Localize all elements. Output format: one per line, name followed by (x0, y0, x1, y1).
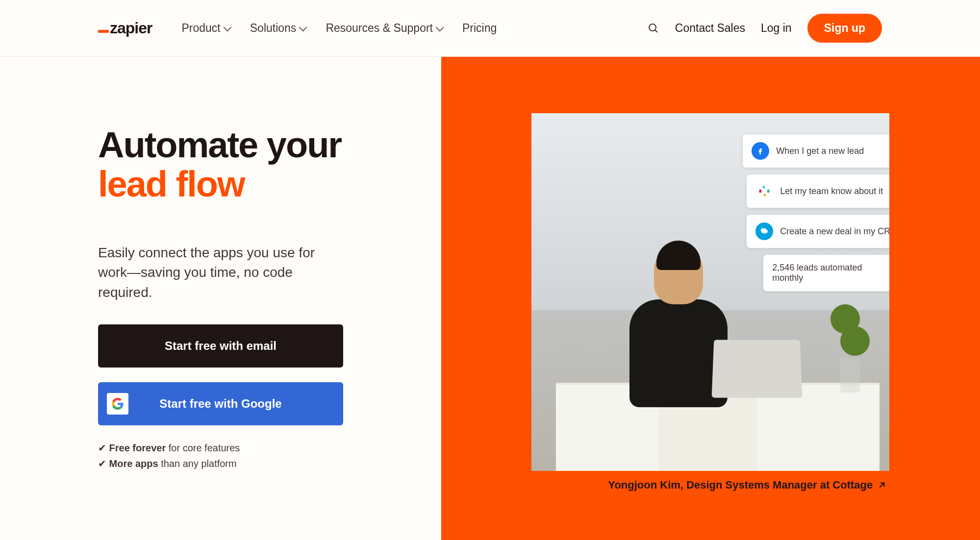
attribution-link[interactable]: Yongjoon Kim, Design Systems Manager at … (531, 479, 889, 491)
workflow-cards: When I get a new lead Let my team know a… (742, 134, 889, 292)
svg-line-6 (880, 483, 884, 488)
cta-google-label: Start free with Google (159, 397, 281, 411)
start-free-google-button[interactable]: Start free with Google (98, 382, 343, 425)
svg-point-0 (649, 24, 656, 31)
headline-line2: lead flow (98, 165, 412, 204)
nav-item-label: Solutions (250, 22, 297, 35)
svg-rect-4 (767, 191, 770, 193)
chevron-down-icon (223, 23, 231, 31)
attribution-text: Yongjoon Kim, Design Systems Manager at … (608, 479, 873, 491)
logo-bar-icon (98, 30, 109, 33)
slack-icon (755, 182, 773, 200)
external-link-icon (878, 481, 886, 490)
nav-item-resources[interactable]: Resources & Support (326, 22, 443, 35)
chevron-down-icon (436, 23, 444, 31)
svg-line-1 (655, 30, 657, 32)
svg-rect-5 (764, 194, 766, 196)
benefit-rest: than any platform (158, 458, 237, 469)
benefit-rest: for core features (166, 442, 240, 453)
nav-left: zapier Product Solutions Resources & Sup… (98, 19, 497, 37)
google-icon (107, 393, 128, 415)
nav-item-label: Product (181, 22, 220, 35)
photo-head (654, 245, 703, 304)
svg-rect-2 (759, 190, 762, 192)
nav-item-pricing[interactable]: Pricing (462, 22, 497, 35)
start-free-email-button[interactable]: Start free with email (98, 324, 343, 368)
card-text: Let my team know about it (780, 186, 883, 196)
card-text: 2,546 leads automated monthly (772, 263, 888, 283)
svg-rect-3 (763, 186, 765, 189)
workflow-card-action-1: Let my team know about it (746, 174, 889, 208)
card-text: Create a new deal in my CRM (780, 226, 889, 237)
salesforce-icon (755, 222, 773, 240)
check-icon: ✔ (98, 458, 106, 469)
photo-laptop (712, 340, 803, 397)
benefit-item: ✔ More apps than any platform (98, 456, 412, 471)
hero-right: When I get a new lead Let my team know a… (441, 57, 980, 540)
hero-section: Automate your lead flow Easily connect t… (0, 57, 980, 540)
workflow-card-stat: 2,546 leads automated monthly (763, 254, 889, 292)
search-button[interactable] (648, 23, 659, 34)
nav-item-product[interactable]: Product (181, 22, 230, 35)
hero-subhead: Easily connect the apps you use for work… (98, 243, 343, 303)
nav-item-label: Resources & Support (326, 22, 433, 35)
chevron-down-icon (299, 23, 307, 31)
logo[interactable]: zapier (98, 19, 152, 37)
photo-plant (826, 304, 875, 393)
nav-item-label: Pricing (462, 22, 497, 35)
nav-right: Contact Sales Log in Sign up (648, 14, 882, 43)
search-icon (648, 23, 659, 34)
benefits-list: ✔ Free forever for core features ✔ More … (98, 440, 412, 471)
logo-text: zapier (110, 19, 152, 37)
nav-item-solutions[interactable]: Solutions (250, 22, 306, 35)
nav-menu: Product Solutions Resources & Support Pr… (181, 22, 497, 35)
login-link[interactable]: Log in (761, 22, 792, 35)
hero-photo: When I get a new lead Let my team know a… (531, 113, 889, 471)
workflow-card-action-2: Create a new deal in my CRM (746, 214, 889, 248)
hero-left: Automate your lead flow Easily connect t… (0, 57, 441, 540)
benefit-bold: More apps (109, 458, 158, 469)
hero-headline: Automate your lead flow (98, 125, 412, 204)
benefit-bold: Free forever (109, 442, 166, 453)
card-text: When I get a new lead (776, 146, 864, 156)
check-icon: ✔ (98, 442, 106, 453)
workflow-card-trigger: When I get a new lead (742, 134, 889, 168)
signup-button[interactable]: Sign up (807, 14, 882, 43)
top-navigation: zapier Product Solutions Resources & Sup… (0, 0, 980, 57)
facebook-icon (752, 142, 769, 160)
cta-group: Start free with email Start free with Go… (98, 324, 343, 425)
headline-line1: Automate your (98, 124, 341, 165)
benefit-item: ✔ Free forever for core features (98, 440, 412, 456)
contact-sales-link[interactable]: Contact Sales (675, 22, 745, 35)
